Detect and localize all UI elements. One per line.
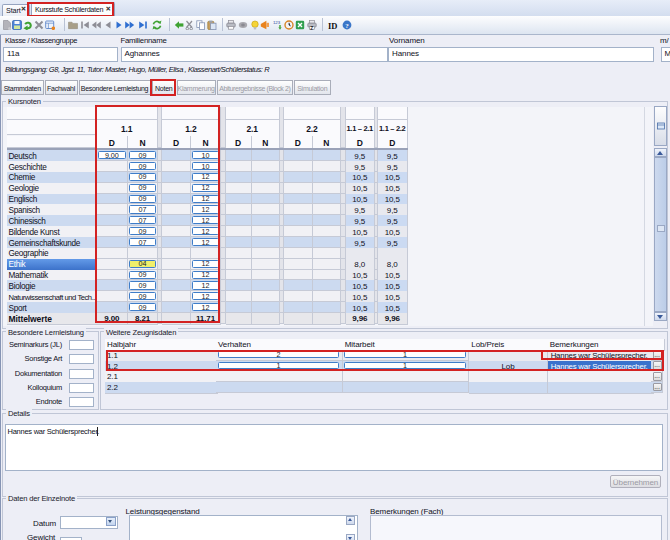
svg-text:123: 123 [273,20,281,25]
svg-text:?: ? [345,22,349,30]
svg-text:Z: Z [310,25,313,30]
